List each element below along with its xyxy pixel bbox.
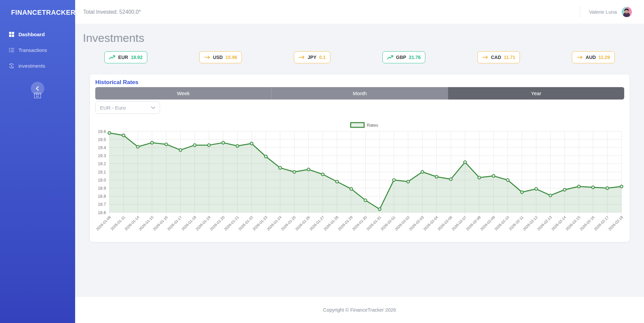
data-point[interactable]: [293, 171, 296, 173]
x-axis-tick-label: 2026-01-31: [366, 215, 382, 231]
data-point[interactable]: [264, 155, 267, 158]
data-point[interactable]: [364, 199, 367, 202]
data-point[interactable]: [208, 144, 210, 146]
data-point[interactable]: [236, 144, 239, 147]
data-point[interactable]: [321, 173, 324, 176]
data-point[interactable]: [506, 179, 509, 181]
historical-rates-title: Historical Rates: [95, 79, 624, 86]
x-axis-tick-label: 2026-02-14: [550, 215, 567, 231]
user-avatar[interactable]: [622, 7, 632, 17]
x-axis-tick-label: 2026-01-15: [138, 215, 154, 231]
x-axis-tick-label: 2026-01-11: [110, 215, 126, 231]
arrow-right-icon: [577, 55, 583, 60]
list-icon: [9, 47, 14, 53]
data-point[interactable]: [492, 175, 495, 177]
data-point[interactable]: [307, 168, 310, 171]
sidebar-item-label: Transactions: [18, 47, 47, 53]
data-point[interactable]: [222, 141, 224, 144]
sidebar-item-transactions[interactable]: Transactions: [0, 42, 75, 58]
trend-up-icon: [109, 55, 115, 60]
data-point[interactable]: [179, 148, 182, 151]
currency-select[interactable]: EUR - Euro: [95, 101, 160, 114]
legend-swatch: [351, 123, 364, 127]
x-axis-tick-label: 2026-01-29: [337, 215, 353, 231]
x-axis-tick-label: 2026-02-15: [565, 215, 581, 231]
x-axis-tick-label: 2026-02-17: [593, 215, 609, 231]
x-axis-tick-label: 2026-01-21: [223, 215, 239, 231]
x-axis-tick-label: 2026-01-27: [309, 215, 325, 231]
x-axis-tick-label: 2026-01-30: [352, 215, 368, 231]
data-point[interactable]: [108, 132, 111, 134]
sidebar-collapse-button[interactable]: F1 04: [31, 82, 44, 95]
x-axis-tick-label: 2026-01-09: [95, 215, 111, 231]
data-point[interactable]: [592, 186, 594, 189]
tab-year[interactable]: Year: [448, 87, 624, 100]
data-point[interactable]: [435, 175, 438, 178]
arrow-right-icon: [299, 55, 305, 60]
data-point[interactable]: [165, 143, 167, 146]
legend-label: Rates: [367, 123, 378, 128]
x-axis-tick-label: 2026-02-01: [380, 215, 396, 231]
data-point[interactable]: [279, 167, 281, 169]
rates-chart: 19.619.519.419.319.219.119.018.918.818.7…: [95, 114, 624, 239]
data-point[interactable]: [549, 194, 552, 197]
historical-rates-card: Historical Rates Week Month Year EUR - E…: [90, 74, 630, 242]
y-axis-tick-label: 18.8: [98, 194, 106, 199]
currency-rate: 21.76: [409, 55, 421, 60]
data-point[interactable]: [563, 188, 566, 191]
x-axis-tick-label: 2026-01-23: [252, 215, 268, 231]
x-axis-tick-label: 2026-02-11: [508, 215, 524, 231]
missing-glyph-line2: 04: [36, 95, 39, 98]
currency-rate: 11.71: [504, 55, 515, 60]
y-axis-tick-label: 19.3: [98, 153, 106, 158]
sidebar-item-dashboard[interactable]: Dashboard: [0, 26, 75, 42]
x-axis-tick-label: 2026-01-19: [195, 215, 211, 231]
data-point[interactable]: [606, 187, 608, 189]
y-axis-tick-label: 18.9: [98, 186, 106, 191]
data-point[interactable]: [478, 176, 481, 179]
chart-legend[interactable]: Rates: [351, 123, 378, 128]
data-point[interactable]: [578, 185, 580, 188]
data-point[interactable]: [335, 180, 338, 183]
currency-cards-row: EUR 18.92 USD 15.96 JPY 0.1 GBP 21.76 CA…: [78, 51, 641, 63]
currency-code: USD: [213, 55, 223, 60]
missing-glyph-box: F1 04: [34, 93, 41, 98]
data-point[interactable]: [521, 191, 523, 193]
tab-week[interactable]: Week: [95, 87, 271, 100]
data-point[interactable]: [449, 178, 452, 181]
x-axis-tick-label: 2026-01-17: [166, 215, 182, 231]
currency-card-eur: EUR 18.92: [104, 51, 147, 63]
data-point[interactable]: [378, 208, 381, 210]
y-axis-tick-label: 19.1: [98, 170, 106, 175]
x-axis-tick-label: 2026-02-09: [479, 215, 495, 231]
line-chart-canvas[interactable]: 19.619.519.419.319.219.119.018.918.818.7…: [95, 114, 624, 237]
y-axis-tick-label: 18.7: [98, 202, 106, 207]
data-point[interactable]: [421, 171, 424, 173]
data-point[interactable]: [620, 185, 623, 188]
sidebar-item-label: Dashboard: [18, 31, 45, 37]
currency-code: GBP: [396, 55, 406, 60]
data-point[interactable]: [193, 144, 196, 146]
x-axis-tick-label: 2026-02-08: [465, 215, 481, 231]
currency-card-gbp: GBP 21.76: [382, 51, 425, 63]
data-point[interactable]: [392, 179, 395, 181]
arrow-right-icon: [482, 55, 488, 60]
tab-month[interactable]: Month: [271, 87, 448, 100]
data-point[interactable]: [137, 145, 139, 148]
data-point[interactable]: [250, 142, 253, 145]
data-point[interactable]: [350, 188, 353, 190]
x-axis-tick-label: 2026-01-25: [280, 215, 297, 231]
data-point[interactable]: [122, 134, 125, 137]
data-point[interactable]: [464, 161, 466, 164]
sidebar-item-investments[interactable]: investments: [0, 58, 75, 74]
data-point[interactable]: [407, 180, 410, 183]
data-point[interactable]: [151, 141, 153, 144]
currency-rate: 0.1: [319, 55, 325, 60]
x-axis-tick-label: 2026-01-28: [323, 215, 339, 231]
chevron-left-icon: [35, 85, 41, 92]
data-point[interactable]: [535, 188, 537, 190]
x-axis-tick-label: 2026-01-20: [209, 215, 225, 231]
currency-code: AUD: [586, 55, 596, 60]
currency-code: CAD: [491, 55, 501, 60]
topbar-user-area: Valerie Luna: [580, 6, 632, 18]
